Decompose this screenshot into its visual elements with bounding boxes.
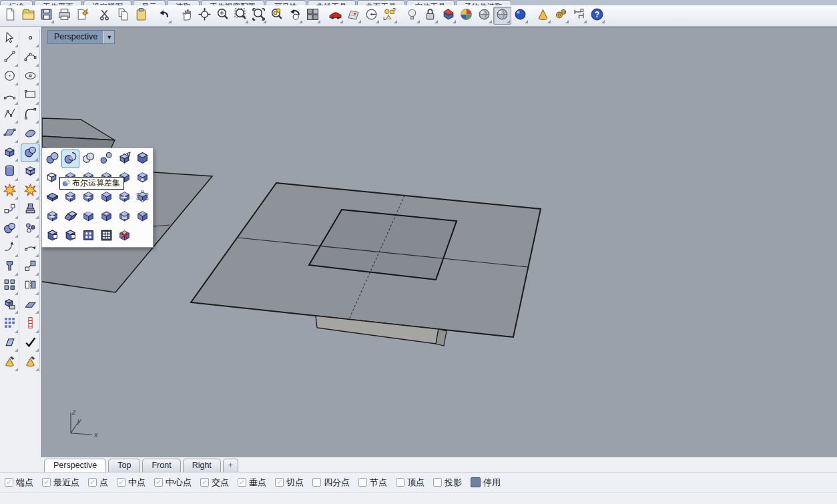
hide-objects-button[interactable] [403, 7, 421, 25]
viewport-title-caret[interactable]: ▼ [103, 31, 114, 43]
four-viewports-button[interactable] [304, 7, 322, 25]
menu-tab-1[interactable]: 工作平面 [34, 0, 82, 5]
sidebar-explode-button[interactable] [0, 182, 19, 200]
shaded-display-button[interactable] [493, 7, 511, 25]
wireframe-display-button[interactable] [475, 7, 493, 25]
sidebar-patch-surface-button[interactable] [21, 125, 39, 144]
zoom-extents-button[interactable] [250, 7, 268, 25]
sidebar-shear-button[interactable] [0, 334, 19, 352]
flyout-grid-hole-button[interactable] [97, 227, 115, 246]
sidebar-line-button[interactable] [0, 49, 19, 67]
new-document-button[interactable] [1, 7, 19, 25]
flyout-wire-cut-button[interactable] [43, 227, 61, 246]
sidebar-shear-vertical-button[interactable] [21, 315, 39, 334]
checkbox-icon[interactable] [312, 478, 321, 487]
flyout-boolean-split-button[interactable] [97, 150, 115, 168]
sidebar-mesh-box-button[interactable] [21, 163, 39, 182]
disable-box-icon[interactable] [471, 477, 481, 487]
flyout-round-hole-button[interactable] [133, 208, 152, 226]
flyout-cage-edit-button[interactable] [133, 188, 152, 207]
flyout-slab-button[interactable] [43, 188, 61, 207]
lock-objects-button[interactable] [421, 7, 439, 25]
sidebar-ellipse-button[interactable] [21, 67, 39, 86]
car-button[interactable] [326, 7, 344, 25]
pan-view-button[interactable] [178, 7, 196, 25]
zoom-window-button[interactable] [232, 7, 250, 25]
checkbox-icon[interactable] [396, 478, 404, 487]
menu-tab-9[interactable]: 实体工具 [406, 0, 455, 5]
viewport-tab-front[interactable]: Front [142, 459, 180, 472]
save-file-button[interactable] [37, 7, 55, 25]
layers-button[interactable] [439, 7, 457, 25]
flyout-wire-cut-2-button[interactable] [61, 227, 79, 246]
sidebar-point-button[interactable] [21, 29, 39, 48]
sidebar-curve-tools-button[interactable] [0, 239, 19, 258]
sidebar-rotate-button[interactable] [21, 239, 39, 258]
osnap-交点[interactable]: ✓交点 [200, 477, 229, 489]
osnap-中点[interactable]: ✓中点 [117, 477, 146, 489]
sidebar-box-button[interactable] [0, 144, 19, 162]
object-properties-button[interactable] [380, 7, 398, 25]
sidebar-explode-2-button[interactable] [21, 182, 39, 200]
flyout-blend-edge-button[interactable] [133, 169, 152, 188]
osnap-切点[interactable]: ✓切点 [275, 477, 304, 489]
checkbox-icon[interactable] [358, 478, 367, 487]
flyout-move-face-boundary-button[interactable] [79, 188, 97, 207]
flyout-move-face-to-button[interactable] [115, 188, 133, 207]
flyout-place-text-button[interactable] [115, 208, 133, 226]
menu-tab-5[interactable]: 工作视窗配置 [201, 0, 264, 5]
sidebar-save-box-button[interactable] [0, 296, 19, 314]
dimension-button[interactable] [570, 7, 588, 25]
flyout-chamfer-edge-button[interactable] [133, 150, 152, 168]
sidebar-array-button[interactable] [0, 277, 19, 296]
viewport-tab-top[interactable]: Top [108, 459, 140, 472]
sidebar-grid-points-button[interactable] [0, 315, 19, 334]
osnap-最近点[interactable]: ✓最近点 [42, 477, 79, 489]
flyout-shear-solid-button[interactable] [61, 208, 79, 226]
sidebar-arc-button[interactable] [0, 87, 19, 105]
checkbox-icon[interactable]: ✓ [154, 478, 163, 487]
sidebar-fillet-button[interactable] [0, 201, 19, 220]
export-selected-button[interactable] [73, 7, 91, 25]
viewport-title-label[interactable]: Perspective [48, 31, 103, 43]
menu-tab-4[interactable]: 选取 [167, 0, 200, 5]
osnap-端点[interactable]: ✓端点 [5, 477, 33, 489]
flyout-boolean-union-button[interactable] [43, 150, 61, 168]
undo-view-change-button[interactable] [286, 7, 304, 25]
set-view-dial-button[interactable] [362, 7, 380, 25]
sidebar-scale-button[interactable] [21, 258, 39, 276]
flyout-make-hole-button[interactable] [97, 208, 115, 226]
color-wheel-button[interactable] [457, 7, 475, 25]
sidebar-select-button[interactable] [0, 29, 19, 48]
checkbox-icon[interactable]: ✓ [200, 478, 209, 487]
checkbox-icon[interactable]: ✓ [5, 478, 13, 487]
sidebar-fillet-curve-button[interactable] [21, 105, 39, 124]
checkbox-icon[interactable]: ✓ [275, 478, 284, 487]
menu-tab-3[interactable]: 显示 [133, 0, 166, 5]
viewport-tab-right[interactable]: Right [183, 459, 221, 472]
sidebar-cone-button[interactable] [0, 353, 19, 372]
cplane-map-button[interactable] [344, 7, 362, 25]
menu-tab-7[interactable]: 曲线工具 [308, 0, 356, 5]
flyout-move-face-button[interactable] [61, 188, 79, 207]
checkbox-icon[interactable] [433, 478, 442, 487]
osnap-disable[interactable]: 停用 [471, 477, 501, 489]
undo-button[interactable] [155, 7, 173, 25]
sidebar-cylinder-button[interactable] [0, 163, 19, 182]
sidebar-solid-tools-button[interactable] [21, 144, 39, 162]
render-button[interactable] [534, 7, 552, 25]
sidebar-check-button[interactable] [21, 334, 39, 352]
checkbox-icon[interactable]: ✓ [238, 478, 246, 487]
menu-tab-10[interactable]: 子物件选取 [456, 0, 512, 5]
sidebar-section-button[interactable] [21, 296, 39, 314]
viewport-tab-perspective[interactable]: Perspective [44, 459, 106, 472]
osnap-投影[interactable]: 投影 [433, 477, 462, 489]
viewport-tab-new[interactable]: + [223, 459, 238, 472]
checkbox-icon[interactable]: ✓ [88, 478, 97, 487]
flyout-boolean-difference-button[interactable] [61, 150, 79, 168]
menu-tab-2[interactable]: 设定视图 [83, 0, 131, 5]
menu-tab-0[interactable]: 标准 [0, 0, 33, 5]
rendered-display-button[interactable] [511, 7, 529, 25]
sidebar-stamp-button[interactable] [21, 201, 39, 220]
osnap-节点[interactable]: 节点 [358, 477, 387, 489]
